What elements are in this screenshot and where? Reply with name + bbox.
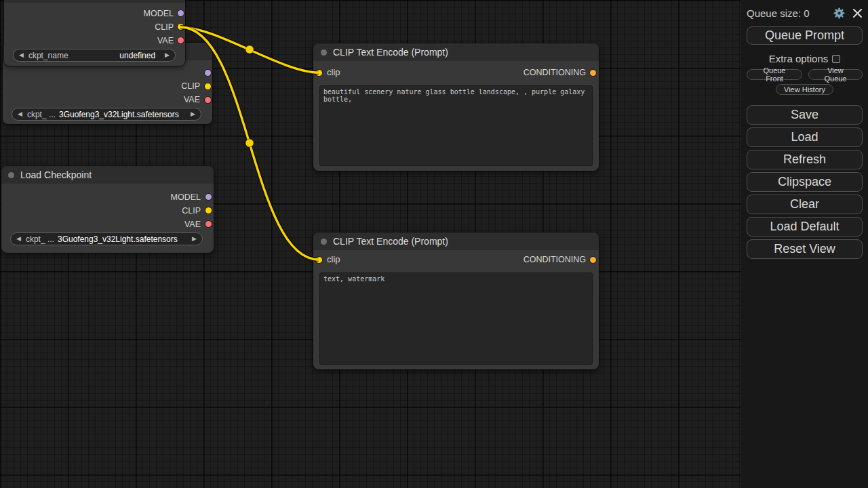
positive-prompt-textarea[interactable]: beautiful scenery nature glass bottle la… xyxy=(319,85,593,166)
node-clip-text-encode-positive[interactable]: CLIP Text Encode (Prompt) clip CONDITION… xyxy=(313,43,599,171)
link-midpoint-dot[interactable] xyxy=(245,139,254,147)
clip-output-dot[interactable] xyxy=(205,207,212,214)
widget-prev-arrow[interactable]: ◀ xyxy=(19,52,24,58)
node-canvas[interactable]: MODEL CLIP VAE ◀ ckpt_ ... 3Guofeng3_v32… xyxy=(0,0,868,488)
vae-output-dot[interactable] xyxy=(205,97,211,103)
widget-next-arrow[interactable]: ▶ xyxy=(191,111,195,117)
widget-prev-arrow[interactable]: ◀ xyxy=(18,111,22,117)
output-label-conditioning: CONDITIONING xyxy=(524,66,586,79)
ckpt-name-widget[interactable]: ◀ ckpt_ ... 3Guofeng3_v32Light.safetenso… xyxy=(12,108,201,121)
clip-output-dot[interactable] xyxy=(205,83,211,89)
widget-label: ckpt_ ... xyxy=(27,110,56,119)
output-label-clip: CLIP xyxy=(182,204,201,218)
link-midpoint-dot[interactable] xyxy=(245,45,254,54)
ckpt-name-widget[interactable]: ◀ ckpt_name undefined ▶ xyxy=(13,49,176,62)
model-output-dot[interactable] xyxy=(178,10,184,16)
conditioning-output-dot[interactable] xyxy=(590,70,596,76)
refresh-button[interactable]: Refresh xyxy=(747,150,863,169)
node-clip-text-encode-negative[interactable]: CLIP Text Encode (Prompt) clip CONDITION… xyxy=(313,232,599,369)
output-label-clip: CLIP xyxy=(155,20,174,34)
close-menu-icon[interactable] xyxy=(852,8,863,18)
comfy-menu-panel: Queue size: 0 xyxy=(741,0,868,488)
widget-label: ckpt_name xyxy=(28,51,68,60)
model-output-dot[interactable] xyxy=(205,70,211,76)
view-history-button[interactable]: View History xyxy=(776,84,833,95)
model-output-dot[interactable] xyxy=(205,194,212,200)
output-label-vae: VAE xyxy=(184,218,201,231)
output-label-conditioning: CONDITIONING xyxy=(524,253,586,266)
view-queue-button[interactable]: View Queue xyxy=(808,69,863,80)
widget-value: undefined xyxy=(119,51,155,60)
node-load-checkpoint-top[interactable]: MODEL CLIP VAE ◀ ckpt_name undefined ▶ xyxy=(4,0,185,66)
node-title-bar[interactable]: CLIP Text Encode (Prompt) xyxy=(313,43,599,61)
settings-gear-icon[interactable] xyxy=(833,7,846,20)
node-title-bar[interactable]: CLIP Text Encode (Prompt) xyxy=(313,232,599,250)
output-label-clip: CLIP xyxy=(181,79,200,93)
node-title-bar[interactable]: Load Checkpoint xyxy=(1,166,214,184)
widget-next-arrow[interactable]: ▶ xyxy=(165,52,170,58)
output-label-model: MODEL xyxy=(144,7,174,20)
collapse-dot-icon[interactable] xyxy=(321,49,327,56)
queue-size-label: Queue size: 0 xyxy=(747,7,833,19)
load-button[interactable]: Load xyxy=(747,127,863,147)
widget-value: 3Guofeng3_v32Light.safetensors xyxy=(59,110,179,119)
clipspace-button[interactable]: Clipspace xyxy=(747,172,863,192)
output-label-vae: VAE xyxy=(184,93,200,106)
widget-value: 3Guofeng3_v32Light.safetensors xyxy=(58,235,178,244)
ckpt-name-widget[interactable]: ◀ ckpt_ ... 3Guofeng3_v32Light.safetenso… xyxy=(10,232,203,245)
output-label-model: MODEL xyxy=(171,190,201,204)
negative-prompt-textarea[interactable]: text, watermark xyxy=(319,272,593,365)
collapse-dot-icon[interactable] xyxy=(8,172,14,178)
node-title: CLIP Text Encode (Prompt) xyxy=(333,236,448,247)
extra-options-checkbox[interactable] xyxy=(832,55,840,63)
queue-front-button[interactable]: Queue Front xyxy=(747,69,802,80)
widget-prev-arrow[interactable]: ◀ xyxy=(16,236,21,242)
input-label-clip: clip xyxy=(327,253,340,266)
output-label-vae: VAE xyxy=(157,34,174,47)
widget-next-arrow[interactable]: ▶ xyxy=(192,236,197,242)
widget-label: ckpt_ ... xyxy=(26,235,54,244)
reset-view-button[interactable]: Reset View xyxy=(747,239,863,259)
node-title: Load Checkpoint xyxy=(20,169,92,180)
collapse-dot-icon[interactable] xyxy=(321,239,327,245)
vae-output-dot[interactable] xyxy=(178,37,184,43)
node-load-checkpoint[interactable]: Load Checkpoint MODEL CLIP VAE ◀ ckpt_ .… xyxy=(1,166,214,253)
load-default-button[interactable]: Load Default xyxy=(747,217,863,237)
conditioning-output-dot[interactable] xyxy=(590,257,596,263)
node-title-bar[interactable] xyxy=(4,0,185,3)
queue-prompt-button[interactable]: Queue Prompt xyxy=(747,26,863,45)
input-label-clip: clip xyxy=(327,66,340,79)
vae-output-dot[interactable] xyxy=(205,221,212,227)
node-title: CLIP Text Encode (Prompt) xyxy=(333,47,448,58)
clear-button[interactable]: Clear xyxy=(747,195,863,214)
save-button[interactable]: Save xyxy=(747,105,863,125)
extra-options-label: Extra options xyxy=(769,53,829,64)
